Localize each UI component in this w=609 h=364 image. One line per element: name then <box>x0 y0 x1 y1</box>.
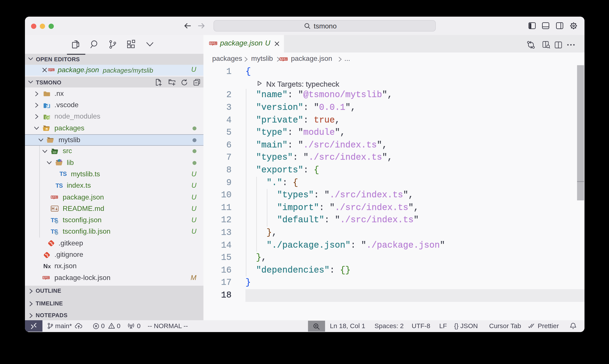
svg-text:N: N <box>43 263 48 270</box>
svg-text:x: x <box>48 263 51 269</box>
